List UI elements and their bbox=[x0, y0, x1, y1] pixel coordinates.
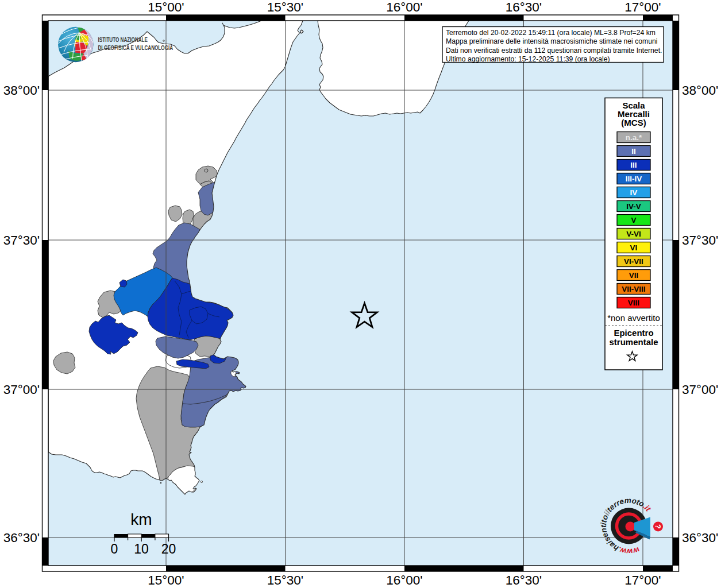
svg-text:(MCS): (MCS) bbox=[621, 118, 646, 127]
svg-text:Terremoto del 20-02-2022 15:49: Terremoto del 20-02-2022 15:49:11 (ora l… bbox=[446, 29, 656, 37]
svg-text:15°30': 15°30' bbox=[267, 573, 303, 587]
svg-text:16°00': 16°00' bbox=[386, 0, 422, 14]
svg-text:17°00': 17°00' bbox=[624, 0, 661, 14]
svg-text:VII: VII bbox=[629, 271, 639, 280]
svg-text:VI-VII: VI-VII bbox=[624, 257, 643, 266]
svg-text:37°30': 37°30' bbox=[682, 233, 718, 247]
svg-text:III: III bbox=[630, 161, 637, 169]
svg-text:III-IV: III-IV bbox=[626, 175, 642, 183]
svg-text:37°00': 37°00' bbox=[3, 382, 40, 397]
svg-text:VII-VIII: VII-VIII bbox=[622, 285, 645, 293]
svg-text:15°00': 15°00' bbox=[148, 0, 184, 14]
svg-text:38°00': 38°00' bbox=[682, 83, 718, 98]
svg-text:16°30': 16°30' bbox=[506, 573, 542, 587]
svg-text:IV: IV bbox=[630, 188, 638, 197]
svg-text:km: km bbox=[130, 510, 152, 528]
svg-text:15°00': 15°00' bbox=[148, 573, 184, 587]
svg-text:20: 20 bbox=[161, 541, 176, 556]
svg-text:0: 0 bbox=[111, 541, 118, 556]
svg-text:16°00': 16°00' bbox=[386, 573, 422, 587]
svg-text:17°00': 17°00' bbox=[624, 573, 661, 587]
svg-text:ISTITUTO NAZIONALE: ISTITUTO NAZIONALE bbox=[98, 36, 148, 43]
svg-text:37°00': 37°00' bbox=[682, 382, 718, 397]
svg-text:Mappa preliminare delle intens: Mappa preliminare delle intensità macros… bbox=[446, 37, 658, 45]
svg-text:DI GEOFISICA E VULCANOLOGIA: DI GEOFISICA E VULCANOLOGIA bbox=[98, 44, 173, 51]
svg-text:36°30': 36°30' bbox=[3, 531, 40, 545]
svg-text:n.a.*: n.a.* bbox=[626, 133, 642, 142]
svg-text:*non avvertito: *non avvertito bbox=[607, 313, 660, 323]
svg-text:36°30': 36°30' bbox=[682, 531, 718, 545]
svg-text:15°30': 15°30' bbox=[267, 0, 303, 14]
svg-text:II: II bbox=[631, 147, 636, 156]
svg-text:10: 10 bbox=[134, 541, 149, 556]
svg-text:?: ? bbox=[654, 524, 662, 529]
svg-text:37°30': 37°30' bbox=[3, 233, 40, 247]
svg-text:IV-V: IV-V bbox=[626, 202, 641, 211]
svg-text:VI: VI bbox=[630, 243, 638, 252]
svg-text:strumentale: strumentale bbox=[609, 337, 658, 347]
svg-text:VIII: VIII bbox=[628, 299, 639, 307]
svg-text:Epicentro: Epicentro bbox=[614, 328, 653, 338]
svg-text:16°30': 16°30' bbox=[506, 0, 542, 14]
svg-text:Ultimo aggiornamento: 15-12-20: Ultimo aggiornamento: 15-12-2025 11:39 (… bbox=[446, 55, 610, 63]
svg-text:38°00': 38°00' bbox=[3, 83, 40, 98]
svg-text:V-VI: V-VI bbox=[626, 230, 641, 238]
svg-text:V: V bbox=[631, 216, 636, 225]
svg-text:Dati non verificati estratti d: Dati non verificati estratti da 112 ques… bbox=[446, 47, 662, 55]
